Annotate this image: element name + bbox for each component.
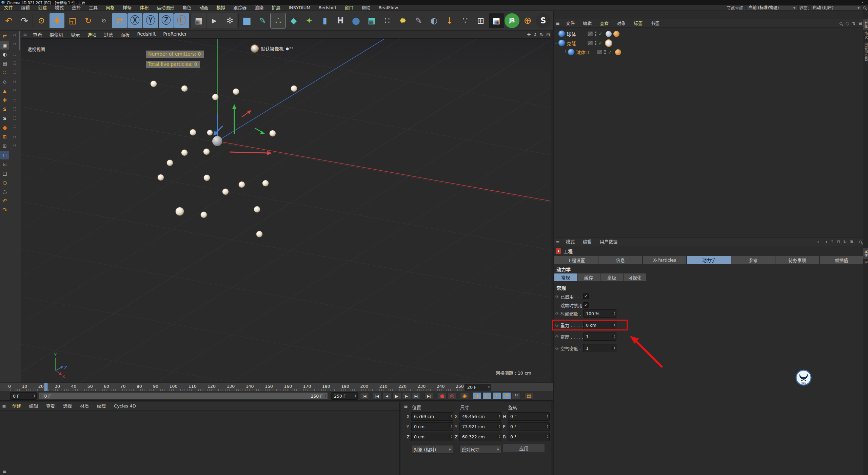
object-manager-menu-item[interactable]: 文件 bbox=[562, 20, 579, 26]
arc-rotate-left-button[interactable]: ↶ bbox=[0, 196, 9, 205]
viewport-menu-item[interactable]: Redshift bbox=[134, 31, 160, 38]
object-name[interactable]: 球体 bbox=[567, 31, 588, 37]
snap-option-icon[interactable]: ⠛ bbox=[10, 123, 19, 132]
attribute-subtab[interactable]: 可视化 bbox=[624, 273, 646, 281]
object-row[interactable]: ‒ 克隆 ✓ bbox=[554, 38, 864, 48]
particle-sphere[interactable] bbox=[239, 182, 245, 188]
mograph-effector-button[interactable]: ✦ bbox=[302, 13, 317, 28]
rotate-view-icon[interactable]: ↻ bbox=[540, 32, 544, 37]
snap-option-icon[interactable]: ⠭ bbox=[10, 68, 19, 77]
polygon-mode-button[interactable]: ▲ bbox=[0, 87, 9, 95]
layer-swatch[interactable] bbox=[588, 41, 593, 45]
apply-button[interactable]: 应用 bbox=[503, 444, 545, 452]
add-sphere-button[interactable]: ● bbox=[349, 13, 363, 28]
camera-label[interactable]: 默认摄像机 ●°° bbox=[251, 44, 294, 53]
status-hamburger-icon[interactable]: ≡ bbox=[3, 469, 6, 474]
axis-z-lock[interactable]: Ⓩ bbox=[159, 13, 174, 28]
axis-mode-button[interactable]: ✚ bbox=[0, 96, 9, 104]
render-picture-viewer-button[interactable]: ▶ bbox=[207, 13, 222, 28]
points-mode-button[interactable]: ∷ bbox=[0, 68, 9, 77]
visibility-dots[interactable] bbox=[595, 41, 596, 45]
enabled-check-icon[interactable]: ✓ bbox=[598, 40, 603, 46]
attribute-tab[interactable]: 工程设置 bbox=[554, 256, 598, 264]
timeline-ruler[interactable]: ⋮⋮⋮ 0 10 20 30 40 50 60 70 80 90 bbox=[0, 383, 553, 391]
current-frame-field[interactable]: 20 F ▴▾ bbox=[465, 384, 491, 391]
phong-tag[interactable] bbox=[615, 49, 621, 55]
menu-item[interactable]: Redshift bbox=[315, 5, 341, 11]
rotate-tool[interactable]: ↻ bbox=[81, 13, 96, 28]
spinner-arrows[interactable]: ▴▾ bbox=[354, 394, 357, 398]
particle-sphere[interactable] bbox=[201, 212, 207, 218]
attribute-tab[interactable]: 帧插值 bbox=[820, 256, 863, 264]
end-frame-field[interactable]: 250 F ▴▾ bbox=[331, 392, 358, 400]
particle-sphere[interactable] bbox=[176, 207, 184, 215]
coordinate-field[interactable]: 0 cm ▴▾ bbox=[411, 433, 453, 441]
dot-matrix-button[interactable]: ∵ bbox=[458, 13, 473, 28]
spinner-arrows[interactable]: ▴▾ bbox=[612, 312, 616, 315]
menu-item[interactable]: 文件 bbox=[0, 5, 17, 11]
undo-button[interactable]: ↶ bbox=[1, 13, 16, 28]
panel-tab[interactable]: 场次 bbox=[863, 30, 868, 41]
coordinate-field[interactable]: 0 cm ▴▾ bbox=[411, 422, 453, 431]
viewport-menu-item[interactable]: 过滤 bbox=[100, 31, 117, 38]
last-tool[interactable]: ⊙ bbox=[96, 13, 111, 28]
add-capsule-button[interactable]: ▮ bbox=[317, 13, 332, 28]
tree-branch[interactable]: ‒ bbox=[554, 32, 558, 36]
xp-emitter-button[interactable]: ▦ bbox=[364, 13, 379, 28]
attribute-tab[interactable]: 信息 bbox=[598, 256, 642, 264]
zoom-view-icon[interactable]: ↕ bbox=[533, 32, 537, 37]
next-key-button[interactable]: ▶| bbox=[412, 392, 421, 400]
spinner-arrows[interactable]: ▴▾ bbox=[612, 335, 616, 338]
viewport-menu-item[interactable]: 选项 bbox=[84, 31, 100, 38]
add-symmetry-button[interactable]: ◆ bbox=[286, 13, 301, 28]
particle-sphere[interactable] bbox=[233, 89, 239, 95]
object-name[interactable]: 克隆 bbox=[567, 40, 588, 46]
add-cloner-button[interactable]: ∴ bbox=[271, 13, 285, 28]
search-icon[interactable] bbox=[840, 22, 842, 25]
cloner-source-sphere[interactable] bbox=[212, 136, 222, 146]
prev-key-button[interactable]: |◀ bbox=[373, 392, 381, 400]
array-grid-button[interactable]: ⊞ bbox=[473, 13, 488, 28]
start-frame-field[interactable]: 0 F ▴▾ bbox=[10, 392, 37, 400]
s-badge-button[interactable]: S bbox=[536, 13, 551, 28]
snap-option-icon[interactable]: ⠭ bbox=[10, 114, 19, 123]
range-right-grip[interactable]: ∥ bbox=[324, 394, 328, 398]
panel-tab[interactable]: 对象 bbox=[863, 19, 868, 30]
axis-y-lock[interactable]: Ⓨ bbox=[143, 13, 158, 28]
particle-sphere[interactable] bbox=[254, 206, 260, 212]
rect-select-button[interactable]: □ bbox=[0, 169, 9, 178]
viewport-menu-item[interactable]: 显示 bbox=[67, 31, 84, 38]
history-back-icon[interactable]: ← bbox=[817, 240, 821, 244]
menu-item[interactable]: 角色 bbox=[178, 5, 195, 11]
snap-option-icon[interactable]: ⠶ bbox=[10, 132, 19, 141]
key-parameter-button[interactable]: P bbox=[502, 392, 511, 400]
toolbar-separator[interactable] bbox=[33, 14, 33, 27]
animation-dot-icon[interactable] bbox=[555, 335, 558, 338]
checkbox[interactable]: ✓ bbox=[583, 293, 589, 299]
goto-end-button[interactable]: ▶| bbox=[425, 392, 433, 400]
palette-scrollbar[interactable] bbox=[19, 31, 20, 50]
object-manager-menu-item[interactable]: 书签 bbox=[647, 20, 664, 26]
menu-item[interactable]: RealFlow bbox=[374, 5, 402, 11]
search-icon[interactable] bbox=[863, 6, 866, 9]
render-view-button[interactable]: ▦ bbox=[191, 13, 206, 28]
live-selection-tool[interactable]: ⊙ bbox=[34, 13, 49, 28]
workplane-mode-button[interactable]: ▤ bbox=[0, 59, 9, 68]
snap-option-icon[interactable]: ⠿ bbox=[10, 59, 19, 68]
ies-light-button[interactable]: ✎ bbox=[411, 13, 426, 28]
object-name[interactable]: 球体.1 bbox=[576, 49, 597, 56]
material-menu-item[interactable]: 查看 bbox=[42, 403, 59, 409]
spinner-arrows[interactable]: ▴▾ bbox=[33, 394, 36, 398]
lock-workplane-button[interactable]: ⊡ bbox=[0, 160, 9, 169]
playback-settings-button[interactable]: ▤ bbox=[525, 392, 533, 400]
goto-start-button[interactable]: |◀ bbox=[360, 392, 369, 400]
hair-tool-button[interactable]: H bbox=[333, 13, 348, 28]
position-mode-select[interactable]: 对象 (相对)▾ bbox=[411, 445, 453, 454]
attribute-menu-item[interactable]: 用户数据 bbox=[596, 239, 622, 245]
om-search-icon[interactable]: ◌ bbox=[845, 21, 849, 26]
parameter-field[interactable]: 1 ▴▾ bbox=[583, 332, 616, 341]
interface-select[interactable]: 启动 (用户)▾ bbox=[811, 5, 861, 11]
snap-option-icon[interactable]: ⠶ bbox=[10, 96, 19, 104]
coordinate-field[interactable]: 73.921 cm ▴▾ bbox=[459, 422, 501, 431]
object-manager-menu-item[interactable]: 标签 bbox=[630, 20, 647, 26]
